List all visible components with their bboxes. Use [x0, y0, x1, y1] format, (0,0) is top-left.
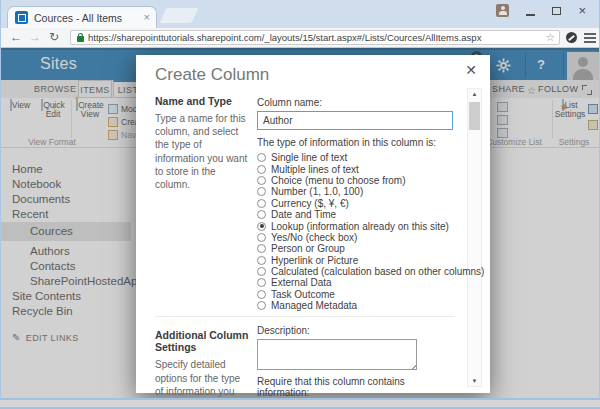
radio-option-task-outcome[interactable]: Task Outcome — [257, 289, 455, 300]
radio-icon-checked[interactable] — [257, 222, 266, 231]
radio-label: Number (1, 1.0, 100) — [271, 186, 363, 197]
radio-icon[interactable] — [257, 176, 266, 185]
radio-icon[interactable] — [257, 233, 266, 242]
radio-icon[interactable] — [257, 165, 266, 174]
radio-icon[interactable] — [257, 256, 266, 265]
browser-profile-icon[interactable] — [496, 4, 509, 17]
radio-label: Task Outcome — [271, 289, 335, 300]
radio-option-managed-metadata[interactable]: Managed Metadata — [257, 300, 455, 311]
radio-option-person-group[interactable]: Person or Group — [257, 243, 455, 254]
window-maximize-icon[interactable] — [552, 7, 561, 15]
https-lock-icon[interactable] — [77, 36, 84, 42]
new-tab-button[interactable] — [160, 8, 199, 23]
radio-option-number[interactable]: Number (1, 1.0, 100) — [257, 186, 455, 197]
browser-toolbar: ← → ↻ https://sharepointtutorials.sharep… — [0, 28, 600, 48]
window-frame-bottom — [0, 398, 600, 409]
radio-icon[interactable] — [257, 301, 266, 310]
radio-label: Date and Time — [271, 209, 336, 220]
radio-option-calculated[interactable]: Calculated (calculation based on other c… — [257, 266, 455, 277]
scrollbar-thumb[interactable] — [469, 102, 480, 130]
radio-icon[interactable] — [257, 290, 266, 299]
type-options-list: Single line of text Multiple lines of te… — [257, 152, 455, 311]
radio-option-date-time[interactable]: Date and Time — [257, 209, 455, 220]
scroll-up-icon[interactable]: ▲ — [468, 91, 481, 97]
radio-label: Yes/No (check box) — [271, 232, 357, 243]
radio-option-choice[interactable]: Choice (menu to choose from) — [257, 175, 455, 186]
radio-option-yes-no[interactable]: Yes/No (check box) — [257, 232, 455, 243]
radio-label: Hyperlink or Picture — [271, 255, 358, 266]
bookmark-star-icon[interactable]: ☆ — [545, 32, 555, 43]
radio-option-hyperlink-picture[interactable]: Hyperlink or Picture — [257, 255, 455, 266]
create-column-dialog: Create Column ✕ ▲ ▼ Name and Type Type a… — [136, 55, 490, 393]
column-name-input[interactable] — [257, 111, 453, 130]
radio-option-currency[interactable]: Currency ($, ¥, €) — [257, 198, 455, 209]
tab-close-icon[interactable]: × — [144, 12, 150, 23]
dialog-title: Create Column — [155, 65, 269, 85]
radio-option-external-data[interactable]: External Data — [257, 277, 455, 288]
radio-label: Managed Metadata — [271, 300, 357, 311]
radio-label: Lookup (information already on this site… — [271, 221, 449, 232]
scroll-down-icon[interactable]: ▼ — [468, 378, 481, 384]
radio-icon[interactable] — [257, 267, 266, 276]
radio-icon[interactable] — [257, 187, 266, 196]
tab-strip: Cources - All Items × × — [0, 0, 600, 28]
radio-icon[interactable] — [257, 199, 266, 208]
window-frame — [0, 0, 1, 409]
radio-icon[interactable] — [257, 210, 266, 219]
section-description: Specify detailed options for the type of… — [155, 358, 249, 400]
tab-title: Cources - All Items — [34, 12, 140, 24]
back-icon[interactable]: ← — [10, 30, 22, 44]
description-label: Description: — [257, 325, 455, 336]
dialog-close-icon[interactable]: ✕ — [465, 63, 477, 77]
sharepoint-favicon — [15, 11, 28, 24]
radio-option-multiple-lines[interactable]: Multiple lines of text — [257, 163, 455, 174]
radio-label: Currency ($, ¥, €) — [271, 198, 349, 209]
radio-icon[interactable] — [257, 278, 266, 287]
radio-label: External Data — [271, 277, 332, 288]
radio-label: Calculated (calculation based on other c… — [271, 266, 484, 277]
reload-icon[interactable]: ↻ — [49, 30, 59, 44]
browser-window: Cources - All Items × × ← → ↻ https://sh… — [0, 0, 600, 409]
section-heading: Additional Column Settings — [155, 329, 249, 353]
type-question-label: The type of information in this column i… — [257, 137, 455, 148]
section-additional-settings: Additional Column Settings Specify detai… — [155, 316, 455, 400]
require-question-label: Require that this column contains inform… — [257, 376, 455, 398]
menu-hamburger-icon[interactable] — [584, 33, 596, 35]
radio-label: Single line of text — [271, 152, 347, 163]
address-bar[interactable]: https://sharepointtutorials.sharepoint.c… — [70, 30, 560, 45]
window-close-icon[interactable]: × — [578, 4, 586, 17]
extension-icon[interactable] — [566, 32, 577, 43]
dialog-scrollbar[interactable]: ▲ ▼ — [467, 88, 482, 387]
section-name-and-type: Name and Type Type a name for this colum… — [155, 87, 455, 311]
description-textarea[interactable] — [257, 339, 417, 370]
url-text[interactable]: https://sharepointtutorials.sharepoint.c… — [88, 32, 542, 43]
page-viewport: Sites 1 — [0, 48, 600, 400]
radio-label: Multiple lines of text — [271, 164, 359, 175]
radio-label: Person or Group — [271, 243, 345, 254]
column-name-label: Column name: — [257, 97, 455, 108]
section-heading: Name and Type — [155, 95, 249, 107]
section-description: Type a name for this column, and select … — [155, 112, 249, 191]
radio-icon[interactable] — [257, 244, 266, 253]
radio-option-single-line[interactable]: Single line of text — [257, 152, 455, 163]
browser-tab[interactable]: Cources - All Items × — [7, 6, 157, 28]
radio-label: Choice (menu to choose from) — [271, 175, 406, 186]
radio-icon[interactable] — [257, 153, 266, 162]
forward-icon[interactable]: → — [29, 30, 41, 44]
window-minimize-icon[interactable] — [526, 14, 535, 16]
radio-option-lookup[interactable]: Lookup (information already on this site… — [257, 220, 455, 231]
